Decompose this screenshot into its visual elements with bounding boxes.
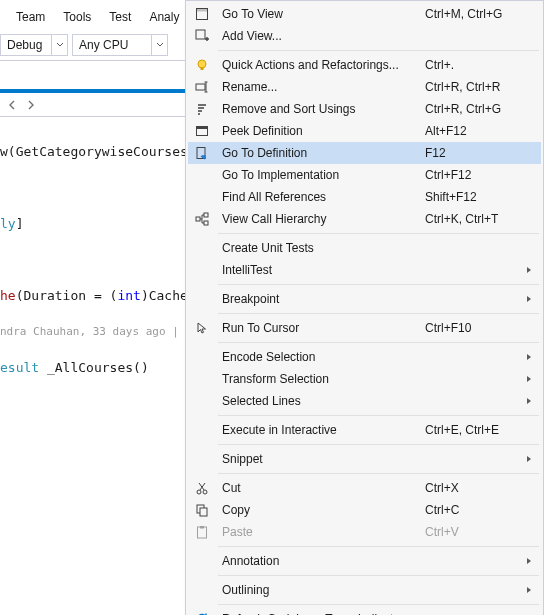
menu-item-shortcut: Ctrl+R, Ctrl+G — [425, 102, 525, 116]
menu-item[interactable]: Execute in InteractiveCtrl+E, Ctrl+E — [188, 419, 541, 441]
svg-rect-11 — [196, 217, 200, 221]
menu-item[interactable]: Remove and Sort UsingsCtrl+R, Ctrl+G — [188, 98, 541, 120]
menu-separator — [218, 415, 539, 416]
menu-item[interactable]: Transform Selection — [188, 368, 541, 390]
svg-rect-19 — [200, 526, 204, 529]
menu-item-label: Go To View — [216, 7, 425, 21]
menu-item[interactable]: Find All ReferencesShift+F12 — [188, 186, 541, 208]
menu-analyze[interactable]: Analy — [143, 8, 185, 26]
menu-item[interactable]: Create Unit Tests — [188, 237, 541, 259]
menu-item-label: Find All References — [216, 190, 425, 204]
menu-item-label: Quick Actions and Refactorings... — [216, 58, 425, 72]
menu-item[interactable]: Outlining — [188, 579, 541, 601]
menu-item: PasteCtrl+V — [188, 521, 541, 543]
menu-item-shortcut: Ctrl+M, Ctrl+G — [425, 7, 525, 21]
form-icon — [188, 7, 216, 21]
menu-item-label: Transform Selection — [216, 372, 425, 386]
menu-item[interactable]: Peek DefinitionAlt+F12 — [188, 120, 541, 142]
menu-item-label: Cut — [216, 481, 425, 495]
submenu-arrow-icon — [525, 266, 541, 274]
svg-point-5 — [198, 60, 206, 68]
svg-rect-7 — [196, 84, 205, 90]
menu-item-shortcut: Ctrl+R, Ctrl+R — [425, 80, 525, 94]
bulb-icon — [188, 58, 216, 72]
config-dropdown[interactable]: Debug — [0, 34, 68, 56]
peek-icon — [188, 124, 216, 138]
menu-item-label: Selected Lines — [216, 394, 425, 408]
menu-item-label: Rename... — [216, 80, 425, 94]
nav-fwd-icon[interactable] — [22, 100, 40, 110]
nav-back-icon[interactable] — [4, 100, 22, 110]
menu-item[interactable]: IntelliTest — [188, 259, 541, 281]
submenu-arrow-icon — [525, 557, 541, 565]
menu-item-shortcut: Ctrl+V — [425, 525, 525, 539]
svg-rect-6 — [201, 68, 204, 71]
submenu-arrow-icon — [525, 375, 541, 383]
menu-separator — [218, 50, 539, 51]
menu-item-label: View Call Hierarchy — [216, 212, 425, 226]
svg-rect-17 — [200, 508, 207, 516]
menu-item-label: Execute in Interactive — [216, 423, 425, 437]
menu-item-shortcut: Shift+F12 — [425, 190, 525, 204]
menu-item-label: Create Unit Tests — [216, 241, 425, 255]
menu-separator — [218, 233, 539, 234]
rename-icon — [188, 80, 216, 94]
svg-rect-10 — [197, 148, 205, 159]
form-plus-icon — [188, 29, 216, 43]
menu-item-label: Peek Definition — [216, 124, 425, 138]
menu-item[interactable]: Refresh CodeLens Team Indicators — [188, 608, 541, 615]
submenu-arrow-icon — [525, 455, 541, 463]
submenu-arrow-icon — [525, 353, 541, 361]
menu-item[interactable]: Run To CursorCtrl+F10 — [188, 317, 541, 339]
menu-item-label: Copy — [216, 503, 425, 517]
menu-item[interactable]: Snippet — [188, 448, 541, 470]
submenu-arrow-icon — [525, 586, 541, 594]
menu-item[interactable]: CutCtrl+X — [188, 477, 541, 499]
platform-value: Any CPU — [73, 38, 151, 52]
menu-separator — [218, 313, 539, 314]
menu-item-shortcut: Ctrl+F12 — [425, 168, 525, 182]
menu-item-label: Remove and Sort Usings — [216, 102, 425, 116]
menu-item[interactable]: Rename...Ctrl+R, Ctrl+R — [188, 76, 541, 98]
menu-item[interactable]: Annotation — [188, 550, 541, 572]
cut-icon — [188, 481, 216, 495]
menu-test[interactable]: Test — [103, 8, 137, 26]
menu-item-label: Add View... — [216, 29, 425, 43]
menu-item[interactable]: Add View... — [188, 25, 541, 47]
menu-item[interactable]: Go To DefinitionF12 — [188, 142, 541, 164]
menu-item[interactable]: Breakpoint — [188, 288, 541, 310]
svg-rect-9 — [197, 127, 208, 130]
menu-separator — [218, 575, 539, 576]
menu-separator — [218, 604, 539, 605]
menu-separator — [218, 342, 539, 343]
menu-separator — [218, 473, 539, 474]
menu-item[interactable]: Go To ViewCtrl+M, Ctrl+G — [188, 3, 541, 25]
menu-item-shortcut: F12 — [425, 146, 525, 160]
svg-rect-4 — [196, 30, 205, 39]
menu-item-label: IntelliTest — [216, 263, 425, 277]
menu-item-label: Annotation — [216, 554, 425, 568]
menu-team[interactable]: Team — [10, 8, 51, 26]
menu-item-label: Breakpoint — [216, 292, 425, 306]
menu-separator — [218, 284, 539, 285]
menu-item[interactable]: Go To ImplementationCtrl+F12 — [188, 164, 541, 186]
menu-item[interactable]: View Call HierarchyCtrl+K, Ctrl+T — [188, 208, 541, 230]
copy-icon — [188, 503, 216, 517]
chevron-down-icon — [51, 35, 67, 55]
cursor-icon — [188, 321, 216, 335]
svg-point-14 — [197, 490, 201, 494]
svg-rect-18 — [198, 527, 207, 538]
platform-dropdown[interactable]: Any CPU — [72, 34, 168, 56]
menu-item-shortcut: Ctrl+K, Ctrl+T — [425, 212, 525, 226]
menu-item[interactable]: CopyCtrl+C — [188, 499, 541, 521]
menu-item-shortcut: Ctrl+F10 — [425, 321, 525, 335]
menu-item[interactable]: Encode Selection — [188, 346, 541, 368]
config-value: Debug — [1, 38, 51, 52]
menu-item-label: Go To Definition — [216, 146, 425, 160]
menu-separator — [218, 546, 539, 547]
menu-tools[interactable]: Tools — [57, 8, 97, 26]
context-menu: Go To ViewCtrl+M, Ctrl+GAdd View...Quick… — [185, 0, 544, 615]
menu-item-label: Outlining — [216, 583, 425, 597]
menu-item[interactable]: Selected Lines — [188, 390, 541, 412]
menu-item[interactable]: Quick Actions and Refactorings...Ctrl+. — [188, 54, 541, 76]
